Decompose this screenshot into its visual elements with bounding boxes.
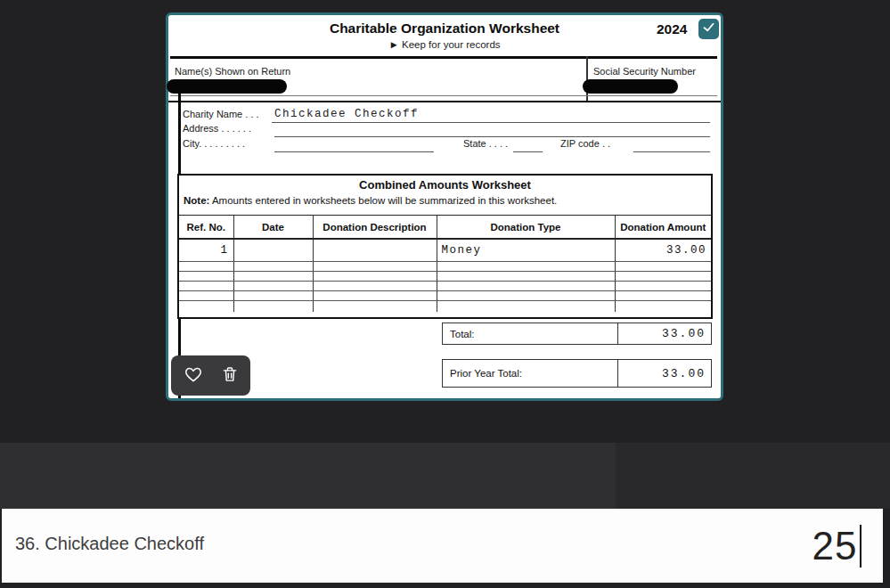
empty-cell[interactable] <box>233 262 313 272</box>
empty-cell[interactable] <box>437 282 615 291</box>
empty-cell[interactable] <box>615 262 711 272</box>
favorite-button[interactable] <box>184 364 203 388</box>
text-cursor <box>860 525 862 568</box>
empty-donation-row <box>179 291 711 301</box>
total-label: Total: <box>443 323 618 344</box>
name-underline <box>170 95 717 96</box>
combined-amounts-note: Note: Amounts entered in worksheets belo… <box>184 195 557 206</box>
form-entry-label: 36. Chickadee Checkoff <box>15 534 204 554</box>
col-ref-no: Ref. No. <box>179 216 233 240</box>
form-actions-toolbar <box>171 355 250 396</box>
screen: Charitable Organization Worksheet 2024 ►… <box>0 0 890 588</box>
type-cell[interactable]: Money <box>437 239 615 262</box>
empty-donation-row <box>179 282 711 291</box>
donations-table: Ref. No. Date Donation Description Donat… <box>179 215 711 312</box>
empty-cell[interactable] <box>615 291 711 301</box>
prior-year-total-value: 33.00 <box>618 360 711 387</box>
empty-donation-row <box>179 262 711 272</box>
total-value: 33.00 <box>618 323 711 344</box>
charity-name-field[interactable] <box>272 122 710 123</box>
city-field[interactable] <box>274 151 434 152</box>
empty-cell[interactable] <box>615 301 711 313</box>
redacted-name-value <box>167 79 287 94</box>
state-field[interactable] <box>513 151 543 152</box>
total-box: Total: 33.00 <box>442 323 712 345</box>
charity-name-label: Charity Name . . . <box>183 109 259 119</box>
city-label: City. . . . . . . . . <box>183 138 245 149</box>
empty-cell[interactable] <box>179 291 233 301</box>
empty-cell[interactable] <box>313 262 437 272</box>
checkmark-icon <box>702 20 715 37</box>
divider-line <box>170 56 717 59</box>
empty-cell[interactable] <box>233 291 313 301</box>
prior-year-total-box: Prior Year Total: 33.00 <box>442 359 712 388</box>
empty-cell[interactable] <box>313 272 437 282</box>
address-field[interactable] <box>274 136 710 137</box>
form-title: Charitable Organization Worksheet <box>168 20 721 37</box>
amount-value: 25 <box>812 527 858 566</box>
empty-cell[interactable] <box>437 272 615 282</box>
empty-donation-row <box>179 272 711 282</box>
combined-amounts-title: Combined Amounts Worksheet <box>179 178 711 192</box>
divider-line <box>168 101 721 103</box>
background-strip-left <box>0 443 616 509</box>
note-bold: Note: <box>184 195 209 206</box>
worksheet-card: Charitable Organization Worksheet 2024 ►… <box>166 12 723 401</box>
empty-cell[interactable] <box>179 282 233 291</box>
zip-field[interactable] <box>633 151 710 152</box>
col-donation-type: Donation Type <box>437 216 615 240</box>
redacted-ssn-value <box>583 79 678 94</box>
table-header-row: Ref. No. Date Donation Description Donat… <box>179 216 711 240</box>
zip-label: ZIP code . . <box>560 138 610 149</box>
empty-cell[interactable] <box>437 301 615 313</box>
trash-icon <box>221 365 239 387</box>
empty-cell[interactable] <box>437 262 615 272</box>
empty-cell[interactable] <box>179 272 233 282</box>
prior-year-total-label: Prior Year Total: <box>443 360 618 387</box>
col-donation-amount: Donation Amount <box>615 216 711 240</box>
combined-amounts-box: Combined Amounts Worksheet Note: Amounts… <box>177 174 713 319</box>
form-entry-row[interactable]: 36. Chickadee Checkoff 25 <box>2 509 883 583</box>
form-complete-checkbox[interactable] <box>698 19 719 39</box>
empty-cell[interactable] <box>437 291 615 301</box>
empty-cell[interactable] <box>313 282 437 291</box>
donation-row: 1 Money 33.00 <box>179 239 711 262</box>
note-text: Amounts entered in worksheets below will… <box>209 195 557 206</box>
col-donation-description: Donation Description <box>313 216 437 240</box>
date-cell[interactable] <box>233 239 313 262</box>
tax-year: 2024 <box>657 21 687 37</box>
description-cell[interactable] <box>313 239 437 262</box>
amount-input[interactable]: 25 <box>812 521 861 570</box>
charity-name-value[interactable]: Chickadee Checkoff <box>274 108 419 120</box>
name-on-return-label: Name(s) Shown on Return <box>175 66 290 77</box>
col-date: Date <box>233 216 313 240</box>
amount-cell[interactable]: 33.00 <box>615 239 711 262</box>
heart-icon <box>184 364 203 388</box>
empty-cell[interactable] <box>233 272 313 282</box>
empty-cell[interactable] <box>233 301 313 313</box>
empty-cell[interactable] <box>313 301 437 313</box>
empty-cell[interactable] <box>615 272 711 282</box>
empty-cell[interactable] <box>179 262 233 272</box>
delete-button[interactable] <box>221 365 239 387</box>
ref-no-cell[interactable]: 1 <box>179 239 233 262</box>
empty-cell[interactable] <box>233 282 313 291</box>
address-label: Address . . . . . . <box>183 123 251 134</box>
ssn-label: Social Security Number <box>593 66 696 77</box>
state-label: State . . . . <box>463 138 508 149</box>
empty-cell[interactable] <box>615 282 711 291</box>
empty-cell[interactable] <box>313 291 437 301</box>
empty-cell[interactable] <box>179 301 233 313</box>
empty-donation-row <box>179 301 711 313</box>
background-strip-right <box>616 443 890 509</box>
form-subtitle: ► Keep for your records <box>168 39 721 50</box>
